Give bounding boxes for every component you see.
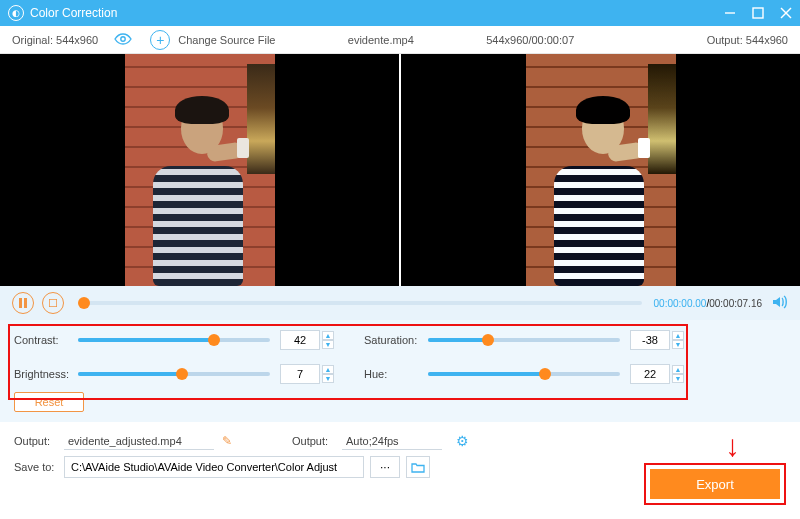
brightness-step-up[interactable]: ▲ [322, 365, 334, 374]
svg-rect-6 [24, 298, 27, 308]
saturation-slider-row: Saturation: ▲▼ [364, 330, 684, 350]
seek-slider[interactable] [84, 301, 642, 305]
saturation-label: Saturation: [364, 334, 428, 346]
output-settings-icon[interactable]: ⚙ [456, 433, 469, 449]
edit-output-name-icon[interactable]: ✎ [222, 434, 232, 448]
hue-step-down[interactable]: ▼ [672, 374, 684, 383]
output-format-label: Output: [292, 435, 342, 447]
reset-button[interactable]: Reset [14, 392, 84, 412]
hue-value-input[interactable] [630, 364, 670, 384]
window-title: Color Correction [30, 6, 117, 20]
saturation-slider[interactable] [428, 338, 620, 342]
open-folder-button[interactable] [406, 456, 430, 478]
output-name-label: Output: [14, 435, 64, 447]
export-area: Export [644, 463, 786, 505]
contrast-step-down[interactable]: ▼ [322, 340, 334, 349]
pause-button[interactable] [12, 292, 34, 314]
time-current: 00:00:00.00 [654, 298, 707, 309]
minimize-icon[interactable] [724, 7, 736, 19]
output-format-value[interactable]: Auto;24fps [342, 433, 442, 450]
preview-area [0, 54, 800, 286]
save-to-label: Save to: [14, 461, 64, 473]
brightness-slider-row: Brightness: ▲▼ [14, 364, 334, 384]
contrast-slider-row: Contrast: ▲▼ [14, 330, 334, 350]
saturation-step-up[interactable]: ▲ [672, 331, 684, 340]
brightness-value-input[interactable] [280, 364, 320, 384]
contrast-value-input[interactable] [280, 330, 320, 350]
source-filename: evidente.mp4 [348, 34, 414, 46]
hue-label: Hue: [364, 368, 428, 380]
contrast-label: Contrast: [14, 334, 78, 346]
titlebar: ◐ Color Correction [0, 0, 800, 26]
svg-rect-1 [753, 8, 763, 18]
svg-rect-5 [19, 298, 22, 308]
output-name-value[interactable]: evidente_adjusted.mp4 [64, 433, 214, 450]
preview-adjusted [399, 54, 800, 286]
annotation-export-box: Export [644, 463, 786, 505]
saturation-value-input[interactable] [630, 330, 670, 350]
source-meta: 544x960/00:00:07 [486, 34, 574, 46]
volume-icon[interactable] [772, 295, 788, 312]
brightness-step-down[interactable]: ▼ [322, 374, 334, 383]
saturation-step-down[interactable]: ▼ [672, 340, 684, 349]
hue-step-up[interactable]: ▲ [672, 365, 684, 374]
time-duration: 00:00:07.16 [709, 298, 762, 309]
brightness-label: Brightness: [14, 368, 78, 380]
playback-bar: 00:00:00.00 / 00:00:07.16 [0, 286, 800, 320]
svg-point-4 [121, 36, 125, 40]
output-resolution-label: Output: 544x960 [707, 34, 788, 46]
preview-original [0, 54, 399, 286]
change-source-button[interactable]: Change Source File [178, 34, 275, 46]
info-bar: Original: 544x960 + Change Source File e… [0, 26, 800, 54]
color-controls-panel: Contrast: ▲▼ Saturation: ▲▼ Brightness: … [0, 320, 800, 422]
add-source-icon[interactable]: + [150, 30, 170, 50]
close-icon[interactable] [780, 7, 792, 19]
export-button[interactable]: Export [650, 469, 780, 499]
app-logo-icon: ◐ [8, 5, 24, 21]
stop-button[interactable] [42, 292, 64, 314]
hue-slider[interactable] [428, 372, 620, 376]
annotation-arrow-icon: ↓ [725, 429, 740, 463]
preview-eye-icon[interactable] [114, 33, 132, 47]
browse-path-button[interactable]: ··· [370, 456, 400, 478]
svg-rect-7 [49, 299, 57, 307]
maximize-icon[interactable] [752, 7, 764, 19]
original-resolution-label: Original: 544x960 [12, 34, 98, 46]
hue-slider-row: Hue: ▲▼ [364, 364, 684, 384]
brightness-slider[interactable] [78, 372, 270, 376]
save-path-input[interactable] [64, 456, 364, 478]
contrast-slider[interactable] [78, 338, 270, 342]
contrast-step-up[interactable]: ▲ [322, 331, 334, 340]
